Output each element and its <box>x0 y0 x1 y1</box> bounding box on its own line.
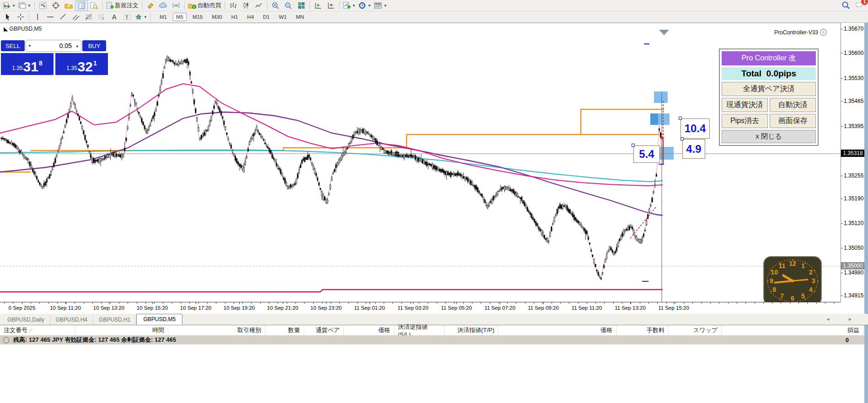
timeframe-W1[interactable]: W1 <box>276 13 290 21</box>
label-handle[interactable] <box>632 144 635 147</box>
favorites-button[interactable] <box>62 0 75 11</box>
eraser-button[interactable] <box>144 0 157 11</box>
right-scroll-strip[interactable] <box>864 23 868 403</box>
time-label: 10 Sep 17:20 <box>180 305 211 311</box>
time-minor-tick <box>516 302 516 304</box>
divider <box>142 1 142 10</box>
collapse-icon[interactable]: ◣ <box>4 26 8 32</box>
price-axis[interactable]: 1.356701.356001.355301.354651.353951.352… <box>841 23 865 302</box>
tick-chart-button[interactable] <box>37 0 49 11</box>
column-header[interactable]: 時間 <box>75 325 168 335</box>
volume-down-button[interactable]: ▼ <box>26 44 33 48</box>
market-watch-button[interactable] <box>75 0 88 11</box>
label-handle[interactable] <box>680 137 684 140</box>
column-header[interactable]: 通貨ペア <box>304 325 344 335</box>
sell-button[interactable]: SELL <box>1 40 25 51</box>
zoom-in-button[interactable] <box>269 0 282 11</box>
pips-label[interactable]: 5.4 <box>633 145 660 163</box>
search-icon[interactable] <box>841 1 851 11</box>
data-window-button[interactable] <box>88 0 101 11</box>
grid-tool[interactable]: F <box>95 12 108 22</box>
chart-tab-GBPUSD-H4[interactable]: GBPUSD,H4 <box>50 315 93 325</box>
sell-price[interactable]: 1.35 31 8 <box>1 53 54 75</box>
column-header[interactable]: 取引種別 <box>168 325 265 335</box>
column-header[interactable]: 価格 <box>344 325 394 335</box>
expert-cloud-button[interactable] <box>157 0 170 11</box>
signals-button[interactable] <box>170 0 182 11</box>
column-header[interactable]: 注文番号∕ <box>0 325 75 335</box>
pips-label[interactable]: 4.9 <box>682 139 705 159</box>
column-header[interactable]: スワップ <box>669 325 722 335</box>
crosshair-tool-button[interactable] <box>49 0 62 11</box>
volume-up-button[interactable]: ▲ <box>74 44 81 48</box>
tab-scroll-arrows[interactable]: ◄ ► <box>825 317 861 322</box>
periods-button[interactable]: ▼ <box>357 0 373 11</box>
timeframe-M1[interactable]: M1 <box>156 13 170 21</box>
bar-chart-button[interactable] <box>227 0 240 11</box>
label-handle[interactable] <box>679 117 682 120</box>
time-minor-tick <box>145 302 146 304</box>
candlestick-chart-button[interactable] <box>240 0 252 11</box>
column-header[interactable]: 決済指値(T/P) <box>445 325 498 335</box>
chart-tab-GBPUSD-H1[interactable]: GBPUSD,H1 <box>93 315 136 325</box>
buy-price[interactable]: 1.35 32 1 <box>55 53 108 75</box>
channel-tool[interactable] <box>70 12 82 22</box>
cursor-tool[interactable] <box>1 12 14 22</box>
time-minor-tick <box>578 302 579 304</box>
chart-area[interactable]: ◣ GBPUSD,M5 ProController-V33☺ SELL ▼ 0.… <box>0 23 841 302</box>
shapes-tool[interactable]: ▼ <box>134 12 149 22</box>
panel-button[interactable]: 自動決済 <box>770 98 816 112</box>
panel-button[interactable]: 全通貨ペア決済 <box>722 82 816 96</box>
buy-button[interactable]: BUY <box>82 40 106 51</box>
line-chart-button[interactable] <box>252 0 265 11</box>
indicators-button[interactable]: ▼ <box>342 0 357 11</box>
column-header[interactable]: 損益 <box>722 325 863 335</box>
new-chart-button[interactable]: ▼ <box>1 0 17 11</box>
vertical-line-tool[interactable] <box>31 12 44 22</box>
panel-button[interactable]: 画面保存 <box>770 114 816 128</box>
timeframe-H4[interactable]: H4 <box>244 13 257 21</box>
strategy-test-stop-button[interactable] <box>325 0 338 11</box>
timeframe-M30[interactable]: M30 <box>209 13 225 21</box>
column-header[interactable]: 手数料 <box>616 325 669 335</box>
fibonacci-tool[interactable]: F <box>82 12 95 22</box>
column-header[interactable]: 決済逆指値(S/L) <box>394 325 445 335</box>
zoom-out-button[interactable] <box>282 0 295 11</box>
pips-label[interactable]: 10.4 <box>680 118 710 139</box>
column-header[interactable]: 数量 <box>265 325 304 335</box>
timeframe-M15[interactable]: M15 <box>189 13 206 21</box>
strategy-test-start-button[interactable] <box>312 0 325 11</box>
timeframe-D1[interactable]: D1 <box>260 13 273 21</box>
time-minor-tick <box>702 302 702 304</box>
new-order-button[interactable]: 新規注文 <box>105 0 140 11</box>
text-tool[interactable]: A <box>108 12 121 22</box>
timeframe-M5[interactable]: M5 <box>173 13 187 21</box>
time-minor-tick <box>675 302 675 304</box>
crosshair-tool[interactable] <box>14 12 27 22</box>
buy-price-prefix: 1.35 <box>66 65 77 71</box>
timeframe-MN[interactable]: MN <box>293 13 307 21</box>
panel-close-button[interactable]: x 閉じる <box>722 130 816 143</box>
volume-value[interactable]: 0.05 <box>33 42 74 49</box>
panel-button[interactable]: Pips消去 <box>722 114 768 128</box>
chart-profiles-button[interactable]: ▼ <box>17 0 32 11</box>
time-axis[interactable]: 0 Sep 202510 Sep 11:2010 Sep 13:2010 Sep… <box>0 302 841 314</box>
divider <box>184 1 185 10</box>
time-minor-tick <box>384 302 384 304</box>
time-minor-tick <box>595 302 596 304</box>
horizontal-line-tool[interactable] <box>44 12 57 22</box>
notifications-button[interactable]: 1 <box>855 1 864 11</box>
templates-button[interactable]: ▼ <box>373 0 389 11</box>
column-header[interactable]: 価格 <box>498 325 616 335</box>
one-click-trading-widget: SELL ▼ 0.05 ▲ BUY 1.35 31 8 1.35 32 1 <box>1 40 112 75</box>
smiley-icon[interactable]: ☺ <box>820 29 827 36</box>
chart-tab-GBPUSD-Daily[interactable]: GBPUSD,Daily <box>2 315 50 325</box>
panel-button[interactable]: 現通貨決済 <box>722 98 768 112</box>
trendline-tool[interactable] <box>57 12 70 22</box>
chart-tab-GBPUSD-M5[interactable]: GBPUSD,M5 <box>136 314 182 325</box>
time-minor-tick <box>463 302 464 304</box>
text-label-tool[interactable]: T <box>121 12 134 22</box>
timeframe-H1[interactable]: H1 <box>228 13 241 21</box>
autotrade-button[interactable]: 自動売買 <box>187 0 223 11</box>
tile-windows-button[interactable] <box>295 0 308 11</box>
